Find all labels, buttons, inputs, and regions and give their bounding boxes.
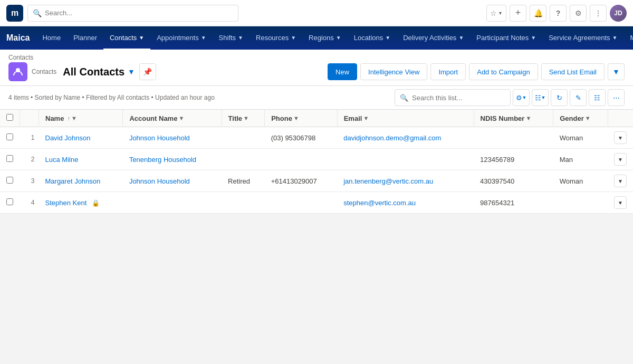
email-link-2[interactable]: jan.tenenberg@vertic.com.au [343, 177, 433, 185]
ndis-filter-icon[interactable]: ▼ [525, 115, 531, 121]
row-account-2[interactable]: Johnson Household [123, 170, 222, 192]
avatar[interactable]: JD [610, 5, 627, 22]
header-name[interactable]: Name ↑ ▼ [39, 110, 123, 127]
row-action-cell-0[interactable]: ▼ [608, 127, 633, 149]
select-all-checkbox[interactable] [6, 114, 13, 121]
row-email-3[interactable]: stephen@vertic.com.au [337, 192, 474, 214]
search-icon: 🔍 [33, 9, 42, 17]
header-account-name[interactable]: Account Name ▼ [123, 110, 222, 127]
row-action-button-1[interactable]: ▼ [614, 153, 627, 166]
email-link-0[interactable]: davidjohnson.demo@gmail.com [343, 134, 441, 142]
nav-resources[interactable]: Resources ▼ [250, 26, 302, 50]
service-chevron-icon: ▼ [612, 35, 618, 41]
row-checkbox-1[interactable] [6, 155, 13, 162]
intelligence-view-button[interactable]: Intelligence View [360, 63, 427, 80]
column-settings-button[interactable]: ⚙▼ [513, 89, 530, 106]
row-account-0[interactable]: Johnson Household [123, 127, 222, 149]
edit-columns-button[interactable]: ✎ [570, 89, 587, 106]
list-view-dropdown-button[interactable]: ▼ [128, 68, 135, 76]
list-search: 🔍 [395, 89, 511, 106]
header-title[interactable]: Title ▼ [222, 110, 265, 127]
account-filter-icon[interactable]: ▼ [178, 115, 184, 121]
header-email[interactable]: Email ▼ [337, 110, 474, 127]
row-checkbox-cell-2[interactable] [0, 170, 20, 192]
header-select-all[interactable] [0, 110, 20, 127]
send-list-email-button[interactable]: Send List Email [541, 63, 605, 80]
nav-more[interactable]: More ▼ [624, 26, 633, 50]
row-checkbox-3[interactable] [6, 198, 13, 205]
account-link-0[interactable]: Johnson Household [129, 134, 190, 142]
email-filter-icon[interactable]: ▼ [363, 115, 369, 121]
row-email-1[interactable] [337, 149, 474, 170]
nav-contacts[interactable]: Contacts ▼ [103, 26, 150, 50]
gender-filter-icon[interactable]: ▼ [585, 115, 591, 121]
email-link-3[interactable]: stephen@vertic.com.au [343, 199, 416, 207]
row-name-2[interactable]: Margaret Johnson [39, 170, 123, 192]
apps-button[interactable]: ⋮ [590, 5, 607, 22]
list-header: Contacts Contacts All Contacts ▼ 📌 New I… [0, 50, 633, 86]
nav-service-agreements[interactable]: Service Agreements ▼ [542, 26, 624, 50]
grid-view-button[interactable]: ☷▼ [532, 89, 549, 106]
row-gender-2: Woman [553, 170, 608, 192]
nav-regions[interactable]: Regions ▼ [302, 26, 348, 50]
table-body: 1 David Johnson Johnson Household (03) 9… [0, 127, 633, 214]
row-name-0[interactable]: David Johnson [39, 127, 123, 149]
row-checkbox-cell-0[interactable] [0, 127, 20, 149]
row-title-2: Retired [222, 170, 265, 192]
name-filter-icon[interactable]: ▼ [71, 115, 77, 121]
filter-button[interactable]: ☷ [589, 89, 606, 106]
row-phone-1 [265, 149, 338, 170]
list-title-row: Contacts All Contacts ▼ 📌 New Intelligen… [8, 62, 625, 85]
actions-dropdown-button[interactable]: ▼ [608, 63, 625, 80]
charts-button[interactable]: ⋯ [608, 89, 625, 106]
row-name-1[interactable]: Luca Milne [39, 149, 123, 170]
add-to-campaign-button[interactable]: Add to Campaign [469, 63, 538, 80]
row-checkbox-cell-1[interactable] [0, 149, 20, 170]
phone-filter-icon[interactable]: ▼ [293, 115, 299, 121]
add-button[interactable]: + [510, 5, 526, 22]
nav-participant-notes[interactable]: Participant Notes ▼ [470, 26, 542, 50]
row-checkbox-2[interactable] [6, 177, 13, 184]
search-list-input[interactable] [395, 89, 511, 106]
contact-name-link-2[interactable]: Margaret Johnson [45, 177, 101, 185]
favorites-button[interactable]: ☆ ▼ [486, 5, 506, 22]
title-filter-icon[interactable]: ▼ [243, 115, 249, 121]
row-name-3[interactable]: Stephen Kent 🔒 [39, 192, 123, 214]
row-action-cell-2[interactable]: ▼ [608, 170, 633, 192]
nav-home[interactable]: Home [36, 26, 67, 50]
row-action-button-2[interactable]: ▼ [614, 175, 627, 187]
row-action-cell-1[interactable]: ▼ [608, 149, 633, 170]
import-button[interactable]: Import [430, 63, 466, 80]
header-phone[interactable]: Phone ▼ [265, 110, 338, 127]
nav-shifts[interactable]: Shifts ▼ [213, 26, 250, 50]
setup-button[interactable]: ⚙ [570, 5, 587, 22]
bell-button[interactable]: 🔔 [530, 5, 546, 22]
header-gender[interactable]: Gender ▼ [553, 110, 608, 127]
row-gender-1: Man [553, 149, 608, 170]
search-list-icon: 🔍 [400, 94, 408, 102]
contact-name-link-0[interactable]: David Johnson [45, 134, 91, 142]
nav-planner[interactable]: Planner [67, 26, 103, 50]
help-button[interactable]: ? [550, 5, 567, 22]
contact-name-link-1[interactable]: Luca Milne [45, 156, 79, 164]
row-action-cell-3[interactable]: ▼ [608, 192, 633, 214]
pin-button[interactable]: 📌 [139, 63, 156, 80]
row-email-0[interactable]: davidjohnson.demo@gmail.com [337, 127, 474, 149]
row-action-button-3[interactable]: ▼ [614, 196, 627, 209]
row-account-3[interactable] [123, 192, 222, 214]
new-button[interactable]: New [328, 63, 357, 80]
nav-delivery-activities[interactable]: Delivery Activities ▼ [397, 26, 470, 50]
row-checkbox-0[interactable] [6, 133, 13, 140]
global-search-input[interactable] [27, 5, 238, 22]
nav-locations[interactable]: Locations ▼ [348, 26, 397, 50]
contact-name-link-3[interactable]: Stephen Kent [45, 199, 87, 207]
refresh-button[interactable]: ↻ [551, 89, 568, 106]
account-link-2[interactable]: Johnson Household [129, 177, 190, 185]
header-ndis[interactable]: NDIS Number ▼ [474, 110, 553, 127]
row-email-2[interactable]: jan.tenenberg@vertic.com.au [337, 170, 474, 192]
row-checkbox-cell-3[interactable] [0, 192, 20, 214]
account-link-1[interactable]: Tenenberg Household [129, 156, 196, 164]
nav-appointments[interactable]: Appointments ▼ [150, 26, 212, 50]
row-action-button-0[interactable]: ▼ [614, 131, 627, 144]
row-account-1[interactable]: Tenenberg Household [123, 149, 222, 170]
